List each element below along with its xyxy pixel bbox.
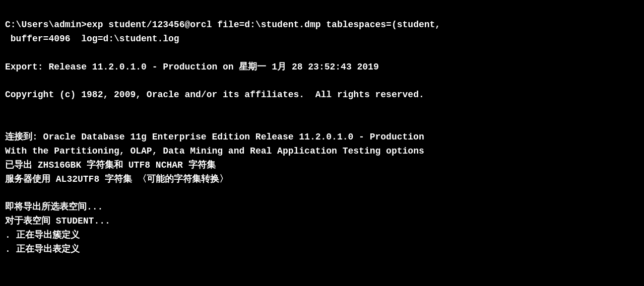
- ts-student-line: 对于表空间 STUDENT...: [5, 214, 639, 229]
- empty5: [5, 187, 639, 201]
- empty4: [5, 116, 639, 130]
- connect-line1: 连接到: Oracle Database 11g Enterprise Edit…: [5, 130, 639, 145]
- empty3: [5, 102, 639, 116]
- empty2: [5, 74, 639, 88]
- table-def-line: . 正在导出表定义: [5, 243, 639, 257]
- cmd-line2: buffer=4096 log=d:\student.log: [5, 32, 639, 46]
- cluster-def-line: . 正在导出簇定义: [5, 229, 639, 243]
- charset-line1: 已导出 ZHS16GBK 字符集和 UTF8 NCHAR 字符集: [5, 159, 639, 173]
- copyright-line: Copyright (c) 1982, 2009, Oracle and/or …: [5, 88, 639, 102]
- connect-line2: With the Partitioning, OLAP, Data Mining…: [5, 145, 639, 159]
- export-line: Export: Release 11.2.0.1.0 - Production …: [5, 60, 639, 75]
- charset-line2: 服务器使用 AL32UTF8 字符集 〈可能的字符集转换〉: [5, 173, 639, 187]
- terminal-window: C:\Users\admin>exp student/123456@orcl f…: [5, 4, 639, 257]
- cmd-line1: C:\Users\admin>exp student/123456@orcl f…: [5, 18, 639, 32]
- empty1: [5, 46, 639, 60]
- export-ts-line: 即将导出所选表空间...: [5, 200, 639, 214]
